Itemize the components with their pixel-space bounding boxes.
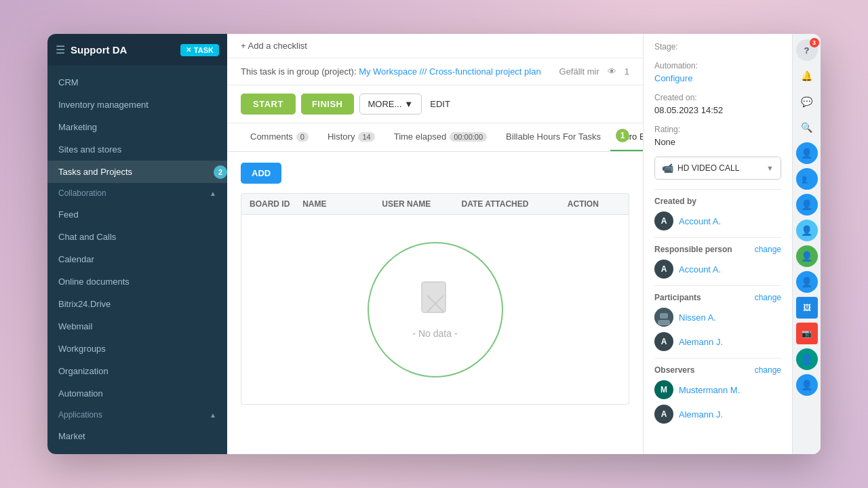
applications-section[interactable]: Applications ▲ [47, 405, 227, 425]
more-button[interactable]: MORE... ▼ [359, 94, 422, 115]
sidebar-item-workgroups[interactable]: Workgroups [47, 338, 227, 360]
nissen-avatar [654, 308, 673, 327]
sidebar-item-webmail[interactable]: Webmail [47, 315, 227, 338]
sidebar-item-crm[interactable]: CRM [47, 71, 227, 94]
edit-button[interactable]: EDIT [427, 94, 453, 114]
sidebar-item-market[interactable]: Market [47, 425, 227, 447]
created-by-link[interactable]: Account A. [679, 216, 721, 226]
task-info-right: Gefällt mir 👁 1 [559, 66, 629, 77]
user-teal-icon[interactable]: 👤 [796, 348, 818, 370]
divider-2 [654, 237, 781, 238]
right-icon-strip: ? 3 🔔 💬 🔍 👤 👥 👤 👤 👤 👤 🖼 📷 👤 👤 [792, 34, 821, 454]
help-icon[interactable]: ? 3 [796, 39, 818, 61]
created-value: 08.05.2023 14:52 [654, 105, 781, 115]
search-magnifier-icon[interactable]: 🔍 [796, 117, 818, 138]
task-badge[interactable]: ✕ TASK [180, 44, 219, 56]
sidebar: ☰ Support DA ✕ TASK CRM Inventory manage… [47, 34, 227, 454]
sidebar-item-online-docs[interactable]: Online documents [47, 270, 227, 293]
user-profile-icon[interactable]: 👤 [796, 142, 818, 164]
sidebar-item-chat[interactable]: Chat and Calls [47, 226, 227, 248]
rating-label: Rating: [654, 125, 781, 134]
user-green-icon[interactable]: 👤 [796, 245, 818, 267]
col-name: NAME [302, 199, 382, 209]
mustermann-link[interactable]: Mustermann M. [679, 385, 740, 395]
observer-mustermann: M Mustermann M. [654, 380, 781, 399]
users-group-icon[interactable]: 👥 [796, 168, 818, 190]
tab-time[interactable]: Time elapsed 00:00:00 [384, 123, 496, 151]
no-data-text: - No data - [412, 328, 457, 339]
alemann-participant-link[interactable]: Alemann J. [679, 337, 723, 347]
help-badge: 3 [810, 38, 819, 47]
responsible-link[interactable]: Account A. [679, 264, 721, 274]
sidebar-item-feed[interactable]: Feed [47, 203, 227, 226]
sidebar-title: Support DA [71, 44, 175, 56]
observer-alemann: A Alemann J. [654, 405, 781, 424]
mustermann-avatar: M [654, 380, 673, 399]
main-content: + Add a checklist This task is in group … [227, 34, 821, 454]
add-checklist-link[interactable]: + Add a checklist [241, 41, 307, 51]
created-by-row: A Account A. [654, 211, 781, 230]
sidebar-item-marketing[interactable]: Marketing [47, 116, 227, 138]
views-count: 1 [625, 66, 629, 77]
close-badge-icon: ✕ [186, 46, 191, 54]
chat-bubble-icon[interactable]: 💬 [796, 91, 818, 113]
sidebar-header: ☰ Support DA ✕ TASK [47, 34, 227, 66]
rating-field: Rating: None [654, 125, 781, 147]
chevron-down-icon: ▼ [404, 99, 413, 109]
sidebar-item-tasks[interactable]: Tasks and Projects [47, 161, 227, 183]
collapse-icon: ▲ [210, 190, 216, 197]
col-action: ACTION [568, 199, 620, 209]
image-board-icon[interactable]: 🖼 [796, 297, 818, 319]
user-blue2-icon[interactable]: 👤 [796, 194, 818, 216]
divider-3 [654, 285, 781, 286]
responsible-avatar: A [654, 260, 673, 279]
hamburger-icon[interactable]: ☰ [56, 43, 65, 56]
automation-field: Automation: Configure [654, 61, 781, 83]
notification-bell-icon[interactable]: 🔔 [796, 65, 818, 87]
start-button[interactable]: START [241, 94, 296, 115]
responsible-change-link[interactable]: change [755, 245, 781, 254]
observers-change-link[interactable]: change [755, 365, 781, 375]
col-date: DATE ATTACHED [462, 199, 568, 209]
collaboration-section[interactable]: Collaboration ▲ [47, 183, 227, 203]
video-camera-icon: 📹 [662, 163, 673, 174]
no-data-circle: - No data - [368, 242, 503, 378]
sidebar-item-dev[interactable]: Developer resources [47, 447, 227, 454]
alemann-observer-link[interactable]: Alemann J. [679, 409, 723, 420]
views-icon: 👁 [608, 66, 616, 77]
task-group-link[interactable]: My Workspace /// Cross-functional projec… [359, 66, 541, 77]
created-by-section: Created by [654, 197, 781, 206]
sidebar-item-organization[interactable]: Organization [47, 360, 227, 382]
task-info-bar: This task is in group (project): My Work… [227, 58, 643, 85]
participant-nissen: Nissen A. [654, 308, 781, 327]
add-board-button[interactable]: ADD [241, 163, 281, 184]
tab-number-badge: 1 [616, 129, 629, 142]
table-header: BOARD ID NAME USER NAME DATE ATTACHED AC… [241, 193, 629, 215]
participants-change-link[interactable]: change [755, 293, 781, 302]
automation-configure-link[interactable]: Configure [654, 73, 692, 83]
video-rec-icon[interactable]: 📷 [796, 323, 818, 344]
sidebar-item-calendar[interactable]: Calendar [47, 248, 227, 270]
col-board-id: BOARD ID [250, 199, 302, 209]
tab-comments[interactable]: Comments 0 [241, 123, 318, 151]
user-blue3-icon[interactable]: 👤 [796, 271, 818, 293]
likes-text: Gefällt mir [559, 66, 599, 77]
hd-video-button[interactable]: 📹 HD VIDEO CALL ▼ [654, 157, 781, 180]
finish-button[interactable]: FINISH [301, 94, 354, 115]
col-username: USER NAME [382, 199, 461, 209]
sidebar-item-drive[interactable]: Bitrix24.Drive [47, 293, 227, 315]
participants-section: Participants change [654, 293, 781, 302]
tab-billable[interactable]: Billable Hours For Tasks [496, 123, 610, 151]
created-by-avatar: A [654, 211, 673, 230]
tab-history[interactable]: History 14 [318, 123, 384, 151]
alemann-observer-avatar: A [654, 405, 673, 424]
nissen-link[interactable]: Nissen A. [679, 312, 716, 323]
rating-value: None [654, 137, 781, 147]
divider-1 [654, 189, 781, 190]
user-light-icon[interactable]: 👤 [796, 220, 818, 241]
participant-alemann: A Alemann J. [654, 332, 781, 351]
sidebar-item-inventory[interactable]: Inventory management [47, 94, 227, 116]
sidebar-item-sites[interactable]: Sites and stores [47, 138, 227, 161]
sidebar-item-automation[interactable]: Automation [47, 382, 227, 405]
user-blue4-icon[interactable]: 👤 [796, 374, 818, 396]
